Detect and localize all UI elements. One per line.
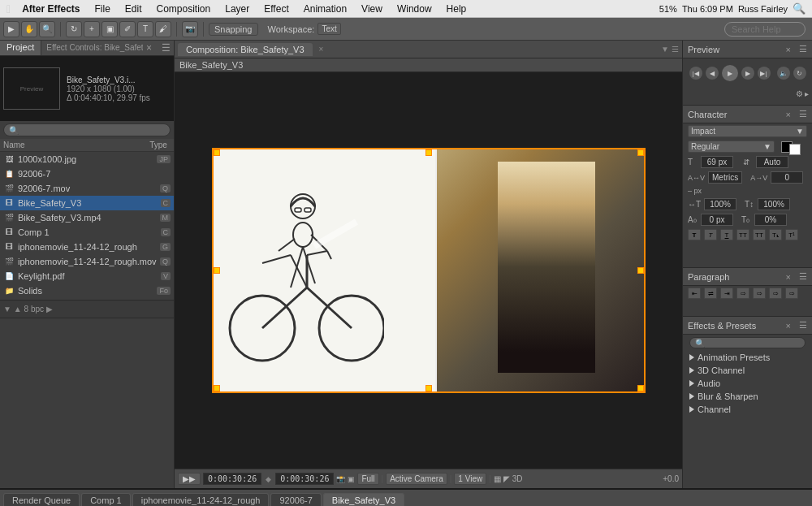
viewer-snapshot-icon[interactable]: ▣ [348,475,355,483]
menu-layer[interactable]: Layer [218,2,256,16]
viewer-timecode[interactable]: 0:00:30:26 [203,473,261,485]
viewer-rulers-icon[interactable]: ◤ [503,474,510,483]
menu-animation[interactable]: Animation [297,2,353,16]
justify-left-btn[interactable]: ⇨ [736,288,749,299]
stroke-swatch[interactable] [789,144,801,155]
menu-view[interactable]: View [355,2,389,16]
justify-center-btn[interactable]: ⇨ [753,288,766,299]
scale-v-value[interactable]: 100% [758,198,790,210]
project-item[interactable]: 🎬iphonemovie_11-24-12_rough.movQ [0,254,174,269]
effects-category-item[interactable]: Blur & Sharpen [683,390,812,403]
small-caps-btn[interactable]: TT [736,229,749,240]
project-search-input[interactable] [3,123,171,136]
tool-text[interactable]: T [137,21,153,37]
timeline-tab[interactable]: Comp 1 [81,493,131,506]
preview-menu-icon[interactable]: ☰ [799,44,807,54]
viewer-grid-icon[interactable]: ▦ [494,474,501,483]
project-item[interactable]: 📁SolidsFo [0,283,174,298]
preview-next-frame[interactable]: ▶ [741,67,754,80]
tool-hand[interactable]: ✋ [21,21,37,37]
project-item[interactable]: 🎞Bike_Safety_V3C [0,196,174,210]
align-right-btn[interactable]: ⇥ [720,288,733,299]
font-dropdown[interactable]: Impact ▼ [688,125,807,137]
superscript-btn[interactable]: T₁ [769,229,782,240]
project-item[interactable]: 🎬92006-7.movQ [0,181,174,196]
preview-play-btn[interactable]: ▶ [722,65,738,81]
project-tab[interactable]: Project [0,41,41,55]
tool-anchor[interactable]: + [84,21,100,37]
preview-expand-icon[interactable]: ▸ [805,89,809,98]
project-item[interactable]: 📄Keylight.pdfV [0,269,174,283]
snapping-toggle[interactable]: Snapping [209,23,258,36]
comp-tab-close[interactable]: × [319,45,324,54]
justify-right-btn[interactable]: ⇨ [769,288,782,299]
app-name[interactable]: After Effects [15,2,86,16]
viewer-3d-icon[interactable]: 3D [512,474,523,483]
panel-menu-icon[interactable]: ☰ [158,41,174,55]
font-size-value[interactable]: 69 px [701,156,733,168]
tool-rect[interactable]: ▣ [102,21,118,37]
timeline-tab[interactable]: iphonemovie_11-24-12_rough [132,493,270,506]
help-search-input[interactable] [724,22,806,37]
effects-category-item[interactable]: Channel [683,403,812,416]
preview-loop-btn[interactable]: ↻ [793,67,806,80]
all-caps-btn[interactable]: TT [753,229,766,240]
preview-prev-frame[interactable]: ◀ [706,67,719,80]
effects-category-item[interactable]: Audio [683,377,812,390]
effects-category-item[interactable]: 3D Channel [683,364,812,377]
tracking-value[interactable]: 0 [771,171,803,184]
char-menu-icon[interactable]: ☰ [799,109,807,119]
project-item[interactable]: 🖼1000x1000.jpgJP [0,152,174,167]
style-dropdown[interactable]: Regular ▼ [688,141,775,153]
workspace-dropdown[interactable]: Text [317,23,340,35]
effects-search-input[interactable] [689,337,806,348]
menu-file[interactable]: File [88,2,116,16]
menu-window[interactable]: Window [391,2,438,16]
kerning-value[interactable]: Metrics [708,171,742,184]
tool-select[interactable]: ▶ [3,21,19,37]
timeline-tab[interactable]: 92006-7 [270,493,321,506]
project-item[interactable]: 🎞Comp 1C [0,225,174,240]
underline-btn[interactable]: T [720,229,733,240]
preview-last-frame[interactable]: ▶| [758,67,771,80]
preview-settings-icon[interactable]: ⚙ [796,89,803,98]
viewer-always-preview[interactable]: ▶▶ [178,473,201,485]
bold-btn[interactable]: T [688,229,701,240]
comp-viewer[interactable] [175,72,682,469]
menu-edit[interactable]: Edit [119,2,149,16]
effects-menu-icon[interactable]: ☰ [799,320,807,331]
align-left-btn[interactable]: ⇤ [688,288,701,299]
tsumi-value[interactable]: 0% [754,214,787,226]
menu-help[interactable]: Help [440,2,473,16]
effects-close-icon[interactable]: × [786,321,791,331]
comp-tab[interactable]: Composition: Bike_Safety_V3 [178,43,313,56]
tool-pen[interactable]: ✐ [119,21,136,37]
project-item[interactable]: 🎬Bike_Safety_V3.mp4M [0,210,174,225]
view-dropdown[interactable]: 1 View [454,473,486,485]
subscript-btn[interactable]: T¹ [785,229,798,240]
preview-close-icon[interactable]: × [786,45,791,54]
menu-effect[interactable]: Effect [257,2,295,16]
justify-all-btn[interactable]: ⇨ [785,288,798,299]
italic-btn[interactable]: T [704,229,717,240]
para-menu-icon[interactable]: ☰ [799,271,807,282]
tool-camera[interactable]: 📷 [182,21,198,37]
effects-category-item[interactable]: Animation Presets [683,351,812,364]
project-item[interactable]: 📋92006-7 [0,167,174,181]
menu-composition[interactable]: Composition [150,2,218,16]
para-close-icon[interactable]: × [786,272,791,282]
project-item[interactable]: 🎞iphonemovie_11-24-12_roughG [0,240,174,254]
preview-audio-btn[interactable]: 🔈 [777,67,790,80]
baseline-value[interactable]: 0 px [701,214,733,226]
camera-dropdown[interactable]: Active Camera [386,473,447,485]
timeline-tab[interactable]: Bike_Safety_V3 [323,493,404,506]
char-close-icon[interactable]: × [786,110,791,119]
leading-value[interactable]: Auto [756,156,788,168]
timeline-tab[interactable]: Render Queue [3,493,80,506]
tool-brush[interactable]: 🖌 [155,21,171,37]
comp-menu-icon[interactable]: ☰ [672,45,679,54]
comp-expand-icon[interactable]: ▼ [661,45,669,54]
tool-zoom[interactable]: 🔍 [39,21,55,37]
align-center-btn[interactable]: ⇌ [704,288,717,299]
panel-close-icon[interactable]: × [143,41,155,55]
